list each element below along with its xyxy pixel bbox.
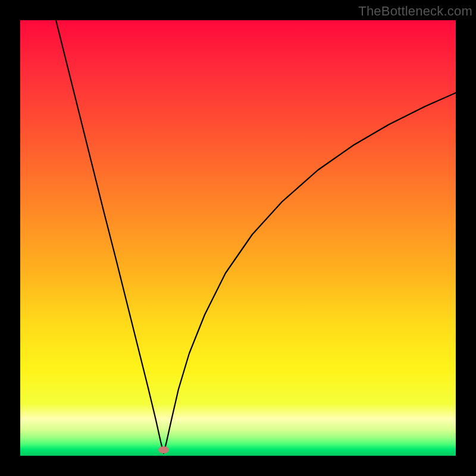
optimum-marker xyxy=(158,446,169,453)
chart-background xyxy=(20,20,456,456)
watermark-text: TheBottleneck.com xyxy=(358,4,472,19)
chart-plot-area xyxy=(20,20,456,456)
chart-svg xyxy=(20,20,456,456)
